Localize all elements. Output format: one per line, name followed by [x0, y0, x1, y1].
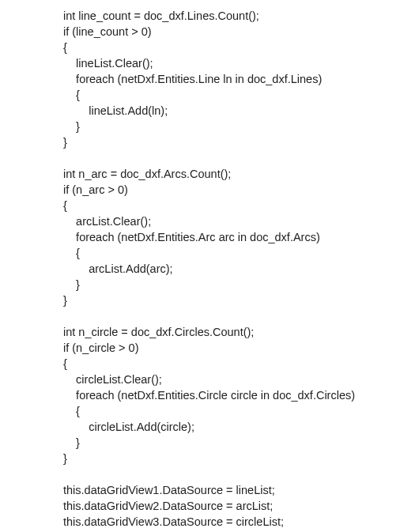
code-block: int line_count = doc_dxf.Lines.Count(); … — [0, 0, 400, 530]
